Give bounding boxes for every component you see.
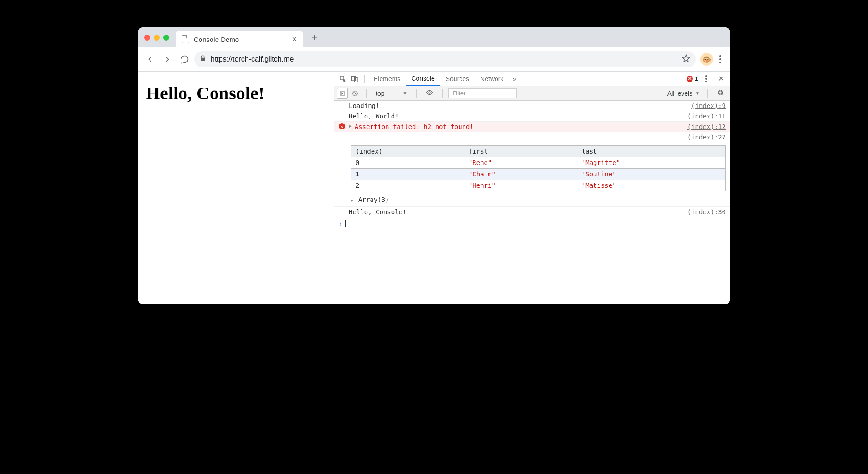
- tab-title: Console Demo: [194, 36, 287, 43]
- cell-first: "Chaim": [464, 169, 577, 180]
- expand-icon[interactable]: ▶: [351, 197, 354, 203]
- tab-elements[interactable]: Elements: [368, 72, 406, 86]
- console-message: Loading! (index):9: [334, 101, 730, 111]
- svg-rect-3: [354, 77, 357, 82]
- error-icon: ✕: [687, 76, 693, 82]
- window-controls: [138, 35, 176, 41]
- back-button[interactable]: [142, 52, 158, 67]
- table-row[interactable]: 1 "Chaim" "Soutine": [351, 169, 726, 180]
- minimize-window-button[interactable]: [154, 35, 160, 41]
- table-header[interactable]: (index): [351, 146, 464, 157]
- inspect-element-icon[interactable]: [337, 73, 349, 85]
- content-area: Hello, Console! Elements Console Sources…: [138, 72, 730, 304]
- context-label: top: [376, 90, 384, 97]
- prompt-caret-icon: ›: [339, 220, 342, 227]
- settings-gear-icon[interactable]: [713, 89, 728, 98]
- tab-strip: Console Demo × +: [138, 27, 730, 47]
- browser-window: Console Demo × + https://torch-calf.glit…: [138, 27, 730, 304]
- page-icon: [182, 35, 189, 43]
- url-text: https://torch-calf.glitch.me: [211, 55, 677, 63]
- webpage-viewport: Hello, Console!: [138, 72, 334, 304]
- svg-rect-2: [351, 76, 355, 80]
- table-header[interactable]: first: [464, 146, 577, 157]
- chevron-down-icon: ▼: [403, 91, 407, 96]
- cell-index: 0: [351, 157, 464, 169]
- array-summary[interactable]: ▶ Array(3): [351, 194, 389, 205]
- message-source-link[interactable]: (index):11: [687, 113, 726, 120]
- message-text: Hello, World!: [349, 113, 685, 120]
- message-source-link[interactable]: (index):30: [687, 208, 726, 216]
- separator: [442, 89, 443, 98]
- message-source-link[interactable]: (index):12: [687, 123, 726, 130]
- error-count-badge[interactable]: ✕ 1: [687, 75, 698, 82]
- close-devtools-button[interactable]: ✕: [714, 74, 728, 83]
- browser-tab[interactable]: Console Demo ×: [176, 31, 303, 47]
- separator: [364, 75, 365, 83]
- error-count: 1: [695, 75, 698, 82]
- close-tab-button[interactable]: ×: [292, 35, 297, 44]
- separator: [707, 89, 708, 98]
- error-icon: ✕: [339, 123, 345, 129]
- profile-avatar[interactable]: 🐵: [700, 53, 713, 66]
- address-bar[interactable]: https://torch-calf.glitch.me: [194, 51, 696, 67]
- live-expression-icon[interactable]: [422, 89, 437, 98]
- lock-icon: [200, 55, 206, 63]
- separator: [366, 89, 367, 98]
- page-heading: Hello, Console!: [146, 82, 326, 104]
- chevron-down-icon: ▼: [695, 91, 700, 96]
- filter-placeholder: Filter: [452, 90, 465, 97]
- expand-icon[interactable]: ▶: [349, 123, 352, 129]
- message-text: Hello, Console!: [349, 208, 685, 216]
- console-error-message: ✕ ▶ Assertion failed: h2 not found! (ind…: [334, 122, 730, 132]
- devtools-panel: Elements Console Sources Network » ✕ 1 ✕: [334, 72, 730, 304]
- console-message: Hello, World! (index):11: [334, 111, 730, 122]
- reload-button[interactable]: [177, 52, 192, 67]
- message-source-link[interactable]: (index):27: [687, 134, 726, 141]
- console-prompt[interactable]: ›: [334, 217, 730, 230]
- svg-line-7: [354, 92, 357, 95]
- clear-console-icon[interactable]: [350, 88, 361, 99]
- new-tab-button[interactable]: +: [308, 31, 321, 44]
- forward-button[interactable]: [160, 52, 175, 67]
- message-text: Assertion failed: h2 not found!: [355, 123, 685, 130]
- console-toolbar: top ▼ Filter All levels ▼: [334, 86, 730, 101]
- device-toolbar-icon[interactable]: [349, 73, 361, 85]
- levels-label: All levels: [667, 90, 692, 97]
- browser-menu-button[interactable]: [715, 55, 726, 63]
- message-text: Loading!: [349, 102, 688, 109]
- tab-network[interactable]: Network: [475, 72, 509, 86]
- table-row[interactable]: 2 "Henri" "Matisse": [351, 180, 726, 191]
- table-header[interactable]: last: [577, 146, 725, 157]
- svg-point-8: [429, 92, 430, 93]
- console-table: (index) first last 0 "René" "Magritte": [351, 145, 726, 191]
- context-selector[interactable]: top ▼: [372, 88, 411, 98]
- text-cursor: [345, 220, 346, 227]
- toggle-sidebar-icon[interactable]: [337, 88, 348, 99]
- tab-sources[interactable]: Sources: [440, 72, 475, 86]
- cell-last: "Soutine": [577, 169, 725, 180]
- separator: [416, 89, 417, 98]
- more-tabs-button[interactable]: »: [509, 75, 520, 82]
- cell-first: "René": [464, 157, 577, 169]
- devtools-menu-button[interactable]: [701, 75, 712, 82]
- console-output: Loading! (index):9 Hello, World! (index)…: [334, 101, 730, 304]
- filter-input[interactable]: Filter: [448, 88, 517, 98]
- tab-console[interactable]: Console: [406, 72, 440, 86]
- cell-index: 1: [351, 169, 464, 180]
- devtools-tabs: Elements Console Sources Network » ✕ 1 ✕: [334, 72, 730, 86]
- cell-first: "Henri": [464, 180, 577, 191]
- bookmark-star-icon[interactable]: [682, 54, 690, 64]
- cell-last: "Matisse": [577, 180, 725, 191]
- console-message: Hello, Console! (index):30: [334, 207, 730, 217]
- message-source-link[interactable]: (index):9: [691, 102, 726, 109]
- array-label: Array(3): [358, 196, 389, 203]
- svg-marker-0: [683, 55, 690, 62]
- cell-index: 2: [351, 180, 464, 191]
- log-levels-selector[interactable]: All levels ▼: [667, 90, 702, 97]
- cell-last: "Magritte": [577, 157, 725, 169]
- maximize-window-button[interactable]: [163, 35, 169, 41]
- table-row[interactable]: 0 "René" "Magritte": [351, 157, 726, 169]
- browser-toolbar: https://torch-calf.glitch.me 🐵: [138, 47, 730, 72]
- console-table-message: (index):27 (index) first last: [334, 132, 730, 207]
- close-window-button[interactable]: [144, 35, 150, 41]
